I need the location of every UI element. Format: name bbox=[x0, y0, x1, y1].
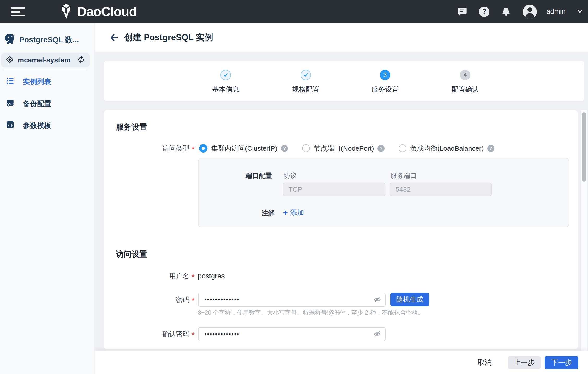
chevron-down-icon[interactable] bbox=[576, 7, 584, 16]
braces-icon: {} bbox=[6, 120, 15, 131]
help-icon[interactable]: ? bbox=[281, 145, 288, 152]
form-card: 服务设置 访问类型 * 集群内访问(ClusterIP) ? 节点端口(Node… bbox=[104, 110, 578, 349]
chat-icon[interactable] bbox=[457, 7, 467, 17]
radio-unselected-icon[interactable] bbox=[399, 144, 406, 152]
help-icon[interactable]: ? bbox=[377, 145, 385, 152]
postgresql-logo-icon bbox=[4, 33, 16, 47]
step-label: 规格配置 bbox=[280, 85, 332, 94]
hamburger-menu-icon[interactable] bbox=[11, 7, 25, 17]
confirm-password-label: 确认密码 * bbox=[104, 327, 194, 341]
back-arrow-icon[interactable] bbox=[109, 32, 119, 43]
step-spec-config: 规格配置 bbox=[280, 61, 332, 94]
workspace-selector[interactable]: mcamel-system bbox=[1, 53, 90, 67]
password-hint: 8~20 个字符，使用数字、大小写字母、特殊符号!@%^*，至少 2 种；不能包… bbox=[198, 309, 424, 317]
step-basic-info: 基本信息 bbox=[200, 61, 252, 94]
generate-password-button[interactable]: 随机生成 bbox=[390, 293, 429, 306]
section-title-access: 访问设置 bbox=[116, 249, 147, 260]
next-step-button[interactable]: 下一步 bbox=[545, 356, 578, 369]
access-type-radio-group: 集群内访问(ClusterIP) ? 节点端口(NodePort) ? 负载均衡… bbox=[199, 142, 494, 155]
sidebar-item-label: 实例列表 bbox=[23, 77, 51, 86]
scrollbar-track[interactable] bbox=[581, 110, 587, 351]
switch-workspace-icon[interactable] bbox=[77, 56, 85, 65]
top-navbar: DaoCloud ? admin bbox=[0, 0, 588, 23]
protocol-label: 协议 bbox=[284, 171, 297, 180]
daocloud-logo[interactable]: DaoCloud bbox=[59, 4, 137, 20]
required-marker: * bbox=[192, 331, 194, 339]
eye-off-icon[interactable] bbox=[373, 295, 382, 304]
step-confirm: 4 配置确认 bbox=[439, 61, 491, 94]
scrollbar-thumb[interactable] bbox=[582, 112, 586, 182]
service-port-input[interactable] bbox=[390, 183, 492, 196]
plus-icon: + bbox=[283, 209, 288, 217]
footer-action-bar: 取消 上一步 下一步 bbox=[95, 351, 588, 374]
page-title: 创建 PostgreSQL 实例 bbox=[124, 32, 213, 43]
radio-label: 负载均衡(LoadBalancer) bbox=[410, 144, 484, 153]
label-text: 用户名 bbox=[169, 272, 189, 281]
service-port-label: 服务端口 bbox=[391, 171, 417, 180]
sidebar-item-label: 备份配置 bbox=[23, 99, 51, 108]
confirm-password-input[interactable] bbox=[198, 327, 386, 341]
confirm-password-field-wrap bbox=[198, 327, 386, 341]
radio-selected-icon[interactable] bbox=[199, 144, 207, 153]
password-field-wrap bbox=[198, 293, 386, 307]
topbar-actions: ? admin bbox=[457, 0, 584, 23]
step-number: 4 bbox=[460, 70, 470, 80]
notification-bell-icon[interactable] bbox=[501, 7, 511, 17]
username-label: admin bbox=[546, 8, 566, 16]
password-label: 密码 * bbox=[104, 293, 194, 307]
step-label: 基本信息 bbox=[200, 85, 252, 94]
radio-label: 集群内访问(ClusterIP) bbox=[211, 144, 277, 153]
step-service-settings: 3 服务设置 bbox=[359, 61, 411, 94]
product-header: PostgreSQL 数... bbox=[4, 33, 94, 47]
step-label: 服务设置 bbox=[359, 85, 411, 94]
required-marker: * bbox=[192, 145, 194, 153]
step-number: 3 bbox=[380, 70, 390, 80]
workspace-icon bbox=[6, 56, 14, 65]
page-header: 创建 PostgreSQL 实例 bbox=[95, 23, 588, 52]
label-text: 确认密码 bbox=[162, 330, 189, 339]
list-icon bbox=[6, 77, 15, 87]
sidebar-item-backup-config[interactable]: 备份配置 bbox=[0, 93, 94, 115]
user-avatar[interactable] bbox=[523, 5, 537, 19]
stepper-card: 基本信息 规格配置 3 服务设置 4 配置确认 bbox=[104, 61, 584, 101]
radio-nodeport[interactable]: 节点端口(NodePort) ? bbox=[302, 144, 385, 153]
radio-label: 节点端口(NodePort) bbox=[314, 144, 374, 153]
step-check-icon bbox=[220, 70, 231, 80]
backup-icon bbox=[6, 98, 15, 109]
sidebar-item-label: 参数模板 bbox=[23, 121, 51, 130]
eye-off-icon[interactable] bbox=[373, 329, 382, 339]
annotation-label: 注解 bbox=[199, 209, 275, 217]
step-label: 配置确认 bbox=[439, 85, 491, 94]
sidebar-item-instance-list[interactable]: 实例列表 bbox=[0, 71, 94, 93]
radio-clusterip[interactable]: 集群内访问(ClusterIP) ? bbox=[199, 144, 288, 153]
required-marker: * bbox=[192, 273, 194, 281]
product-title: PostgreSQL 数... bbox=[19, 35, 79, 45]
sidebar-item-parameter-template[interactable]: {} 参数模板 bbox=[0, 115, 94, 137]
port-config-panel: 端口配置 协议 服务端口 注解 + 添加 bbox=[198, 158, 569, 227]
port-config-label: 端口配置 bbox=[199, 171, 272, 180]
username-value: postgres bbox=[198, 272, 225, 280]
username-label: 用户名 * bbox=[104, 269, 194, 283]
radio-unselected-icon[interactable] bbox=[302, 144, 310, 152]
password-input[interactable] bbox=[198, 293, 386, 307]
section-title-service: 服务设置 bbox=[116, 122, 147, 132]
access-type-label: 访问类型 * bbox=[104, 142, 194, 155]
workspace-name: mcamel-system bbox=[18, 56, 77, 64]
help-icon[interactable]: ? bbox=[487, 145, 494, 152]
protocol-input[interactable] bbox=[283, 183, 385, 196]
radio-loadbalancer[interactable]: 负载均衡(LoadBalancer) ? bbox=[399, 144, 494, 153]
add-label: 添加 bbox=[290, 208, 304, 217]
daocloud-logo-icon bbox=[59, 4, 73, 20]
brand-name: DaoCloud bbox=[77, 4, 137, 19]
previous-step-button[interactable]: 上一步 bbox=[508, 356, 541, 369]
label-text: 密码 bbox=[176, 295, 189, 304]
svg-text:{}: {} bbox=[8, 122, 13, 127]
help-icon[interactable]: ? bbox=[479, 7, 489, 17]
cancel-button[interactable]: 取消 bbox=[478, 358, 492, 367]
required-marker: * bbox=[192, 296, 194, 305]
step-check-icon bbox=[301, 70, 311, 80]
sidebar: PostgreSQL 数... mcamel-system bbox=[0, 23, 95, 374]
add-annotation-button[interactable]: + 添加 bbox=[283, 207, 304, 218]
label-text: 访问类型 bbox=[162, 144, 189, 153]
sidebar-menu: 实例列表 备份配置 {} 参数模板 bbox=[0, 71, 94, 137]
